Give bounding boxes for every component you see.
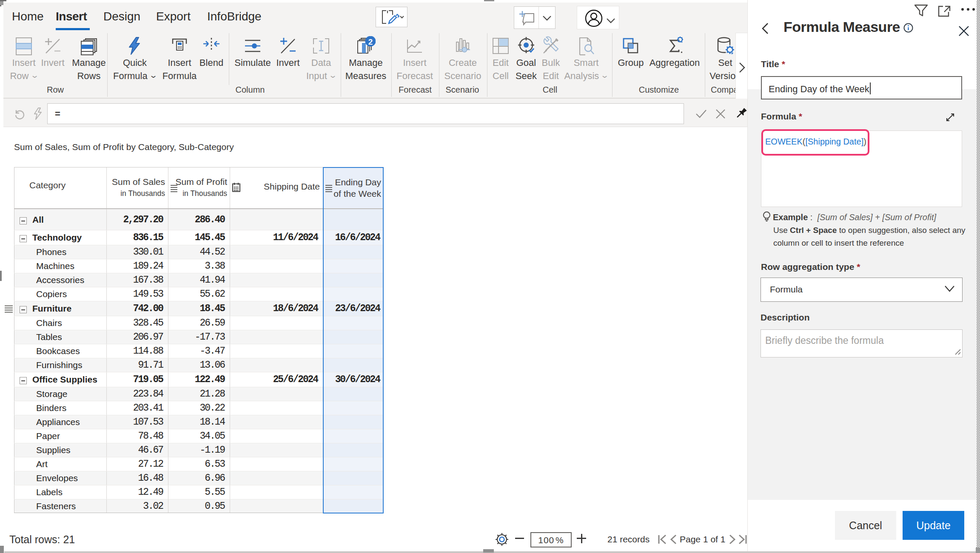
svg-text:2: 2 [368,37,373,46]
